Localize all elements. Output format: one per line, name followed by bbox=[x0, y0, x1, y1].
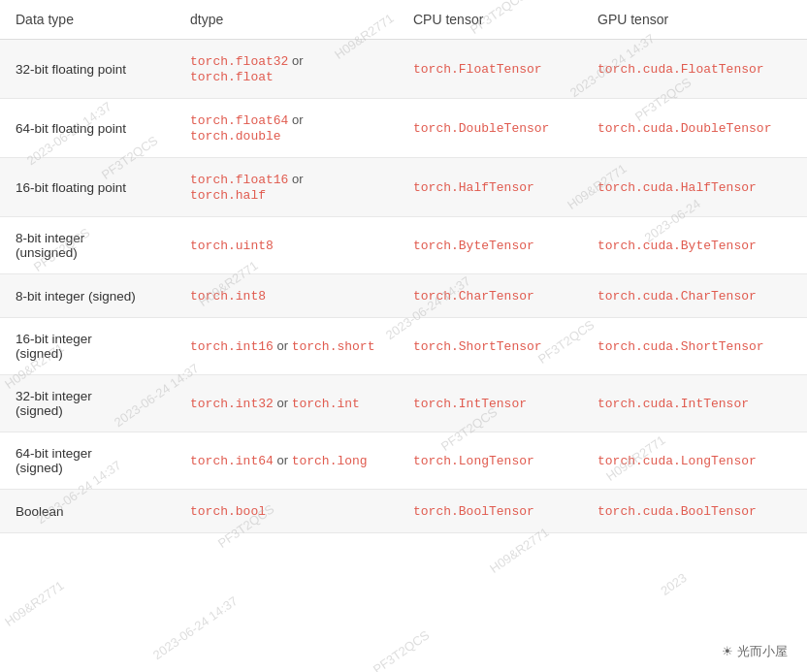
cell-cpu-tensor: torch.HalfTensor bbox=[398, 158, 582, 217]
cell-data-type: 8-bit integer (signed) bbox=[0, 274, 175, 318]
dtype-or: or bbox=[274, 453, 292, 467]
dtype-primary: torch.int8 bbox=[190, 289, 266, 304]
cell-dtype: torch.bool bbox=[175, 490, 398, 533]
dtype-secondary: torch.half bbox=[190, 188, 266, 203]
cell-gpu-tensor: torch.cuda.IntTensor bbox=[582, 375, 807, 432]
header-data-type: Data type bbox=[0, 0, 175, 40]
cell-cpu-tensor: torch.CharTensor bbox=[398, 274, 582, 318]
cell-data-type: 32-bit integer (signed) bbox=[0, 375, 175, 432]
cell-data-type: 8-bit integer (unsigned) bbox=[0, 217, 175, 274]
dtype-primary: torch.int64 bbox=[190, 454, 274, 468]
table-row: 16-bit integer (signed)torch.int16 or to… bbox=[0, 318, 807, 375]
gpu-tensor-value: torch.cuda.BoolTensor bbox=[597, 504, 757, 519]
cell-data-type: 16-bit floating point bbox=[0, 158, 175, 217]
cell-cpu-tensor: torch.BoolTensor bbox=[398, 490, 582, 533]
cpu-tensor-value: torch.ByteTensor bbox=[413, 239, 534, 253]
cell-gpu-tensor: torch.cuda.CharTensor bbox=[582, 274, 807, 318]
table-row: 64-bit floating pointtorch.float64 or to… bbox=[0, 99, 807, 158]
gpu-tensor-value: torch.cuda.CharTensor bbox=[597, 289, 757, 304]
cell-gpu-tensor: torch.cuda.HalfTensor bbox=[582, 158, 807, 217]
cell-dtype: torch.float64 or torch.double bbox=[175, 99, 398, 158]
table-row: 16-bit floating pointtorch.float16 or to… bbox=[0, 158, 807, 217]
dtype-primary: torch.uint8 bbox=[190, 239, 274, 253]
cpu-tensor-value: torch.CharTensor bbox=[413, 289, 534, 304]
cpu-tensor-value: torch.IntTensor bbox=[413, 397, 527, 411]
dtype-primary: torch.int16 bbox=[190, 339, 274, 354]
cell-data-type: 64-bit floating point bbox=[0, 99, 175, 158]
gpu-tensor-value: torch.cuda.HalfTensor bbox=[597, 180, 757, 195]
cpu-tensor-value: torch.DoubleTensor bbox=[413, 121, 549, 136]
cpu-tensor-value: torch.BoolTensor bbox=[413, 504, 534, 519]
dtype-secondary: torch.double bbox=[190, 129, 281, 144]
dtype-primary: torch.int32 bbox=[190, 397, 274, 411]
cell-cpu-tensor: torch.LongTensor bbox=[398, 432, 582, 490]
cell-dtype: torch.int32 or torch.int bbox=[175, 375, 398, 432]
cell-cpu-tensor: torch.IntTensor bbox=[398, 375, 582, 432]
table-row: 8-bit integer (signed)torch.int8torch.Ch… bbox=[0, 274, 807, 318]
cell-cpu-tensor: torch.FloatTensor bbox=[398, 40, 582, 99]
cell-cpu-tensor: torch.DoubleTensor bbox=[398, 99, 582, 158]
dtype-secondary: torch.long bbox=[292, 454, 368, 468]
gpu-tensor-value: torch.cuda.DoubleTensor bbox=[597, 121, 771, 136]
cell-gpu-tensor: torch.cuda.BoolTensor bbox=[582, 490, 807, 533]
dtype-or: or bbox=[288, 172, 303, 186]
data-types-table: Data type dtype CPU tensor GPU tensor 32… bbox=[0, 0, 807, 533]
cell-data-type: 64-bit integer (signed) bbox=[0, 432, 175, 490]
brand-tag: ☀ 光而小屋 bbox=[722, 643, 788, 660]
dtype-secondary: torch.float bbox=[190, 70, 274, 84]
dtype-primary: torch.float64 bbox=[190, 113, 288, 128]
gpu-tensor-value: torch.cuda.ShortTensor bbox=[597, 339, 764, 354]
table-row: 32-bit integer (signed)torch.int32 or to… bbox=[0, 375, 807, 432]
table-row: Booleantorch.booltorch.BoolTensortorch.c… bbox=[0, 490, 807, 533]
cell-dtype: torch.float32 or torch.float bbox=[175, 40, 398, 99]
cell-cpu-tensor: torch.ShortTensor bbox=[398, 318, 582, 375]
table-container: H09&R2771 PF3T2QCS 2023-06-24 14:37 PF3T… bbox=[0, 0, 807, 672]
cell-dtype: torch.int16 or torch.short bbox=[175, 318, 398, 375]
header-dtype: dtype bbox=[175, 0, 398, 40]
cell-gpu-tensor: torch.cuda.ShortTensor bbox=[582, 318, 807, 375]
dtype-or: or bbox=[288, 112, 303, 127]
cell-gpu-tensor: torch.cuda.ByteTensor bbox=[582, 217, 807, 274]
gpu-tensor-value: torch.cuda.LongTensor bbox=[597, 454, 757, 468]
cell-gpu-tensor: torch.cuda.LongTensor bbox=[582, 432, 807, 490]
table-row: 64-bit integer (signed)torch.int64 or to… bbox=[0, 432, 807, 490]
dtype-primary: torch.bool bbox=[190, 504, 266, 519]
dtype-primary: torch.float32 bbox=[190, 54, 288, 69]
dtype-primary: torch.float16 bbox=[190, 173, 288, 187]
cell-data-type: 32-bit floating point bbox=[0, 40, 175, 99]
dtype-secondary: torch.short bbox=[292, 339, 375, 354]
cell-cpu-tensor: torch.ByteTensor bbox=[398, 217, 582, 274]
gpu-tensor-value: torch.cuda.IntTensor bbox=[597, 397, 749, 411]
cpu-tensor-value: torch.LongTensor bbox=[413, 454, 534, 468]
cell-gpu-tensor: torch.cuda.FloatTensor bbox=[582, 40, 807, 99]
gpu-tensor-value: torch.cuda.FloatTensor bbox=[597, 62, 764, 77]
header-cpu-tensor: CPU tensor bbox=[398, 0, 582, 40]
header-gpu-tensor: GPU tensor bbox=[582, 0, 807, 40]
dtype-or: or bbox=[274, 396, 292, 410]
cell-dtype: torch.float16 or torch.half bbox=[175, 158, 398, 217]
cell-data-type: 16-bit integer (signed) bbox=[0, 318, 175, 375]
cell-gpu-tensor: torch.cuda.DoubleTensor bbox=[582, 99, 807, 158]
cpu-tensor-value: torch.HalfTensor bbox=[413, 180, 534, 195]
cpu-tensor-value: torch.ShortTensor bbox=[413, 339, 542, 354]
table-header-row: Data type dtype CPU tensor GPU tensor bbox=[0, 0, 807, 40]
dtype-or: or bbox=[288, 53, 303, 68]
cell-data-type: Boolean bbox=[0, 490, 175, 533]
cell-dtype: torch.int8 bbox=[175, 274, 398, 318]
table-row: 8-bit integer (unsigned)torch.uint8torch… bbox=[0, 217, 807, 274]
dtype-or: or bbox=[274, 338, 292, 353]
table-row: 32-bit floating pointtorch.float32 or to… bbox=[0, 40, 807, 99]
cell-dtype: torch.int64 or torch.long bbox=[175, 432, 398, 490]
gpu-tensor-value: torch.cuda.ByteTensor bbox=[597, 239, 757, 253]
dtype-secondary: torch.int bbox=[292, 397, 360, 411]
cpu-tensor-value: torch.FloatTensor bbox=[413, 62, 542, 77]
cell-dtype: torch.uint8 bbox=[175, 217, 398, 274]
